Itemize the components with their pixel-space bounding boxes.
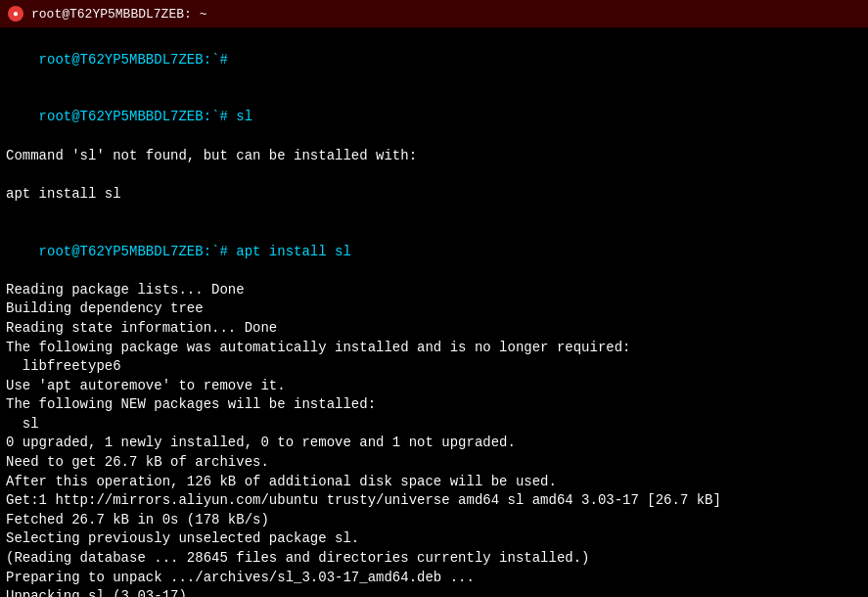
terminal-line: The following NEW packages will be insta… (6, 395, 862, 415)
terminal-line: Selecting previously unselected package … (6, 529, 862, 549)
terminal-line: libfreetype6 (6, 357, 862, 377)
terminal-line: root@T62YP5MBBDL7ZEB:`# (6, 31, 862, 89)
terminal-line (6, 165, 862, 185)
terminal-line: (Reading database ... 28645 files and di… (6, 549, 862, 569)
terminal-line: Need to get 26.7 kB of archives. (6, 453, 862, 473)
terminal-line: Preparing to unpack .../archives/sl_3.03… (6, 569, 862, 588)
terminal-line: apt install sl (6, 185, 862, 205)
terminal-line: Reading package lists... Done (6, 281, 862, 300)
terminal-line: sl (6, 415, 862, 435)
terminal-line: root@T62YP5MBBDL7ZEB:`# apt install sl (6, 223, 862, 281)
terminal-line: Unpacking sl (3.03-17) ... (6, 587, 862, 597)
title-bar-text: root@T62YP5MBBDL7ZEB: ~ (31, 7, 206, 22)
terminal-line: Building dependency tree (6, 299, 862, 319)
terminal-line: Get:1 http://mirrors.aliyun.com/ubuntu t… (6, 491, 862, 511)
window-icon: ● (8, 6, 23, 22)
terminal-line: Reading state information... Done (6, 319, 862, 339)
terminal-line: root@T62YP5MBBDL7ZEB:`# sl (6, 89, 862, 147)
terminal-line: After this operation, 126 kB of addition… (6, 473, 862, 492)
terminal-line (6, 204, 862, 223)
terminal[interactable]: root@T62YP5MBBDL7ZEB:`# root@T62YP5MBBDL… (0, 27, 868, 597)
terminal-line: Fetched 26.7 kB in 0s (178 kB/s) (6, 511, 862, 530)
terminal-line: 0 upgraded, 1 newly installed, 0 to remo… (6, 434, 862, 453)
title-bar: ● root@T62YP5MBBDL7ZEB: ~ (0, 0, 868, 27)
terminal-line: The following package was automatically … (6, 339, 862, 358)
terminal-line: Command 'sl' not found, but can be insta… (6, 147, 862, 166)
terminal-line: Use 'apt autoremove' to remove it. (6, 377, 862, 396)
